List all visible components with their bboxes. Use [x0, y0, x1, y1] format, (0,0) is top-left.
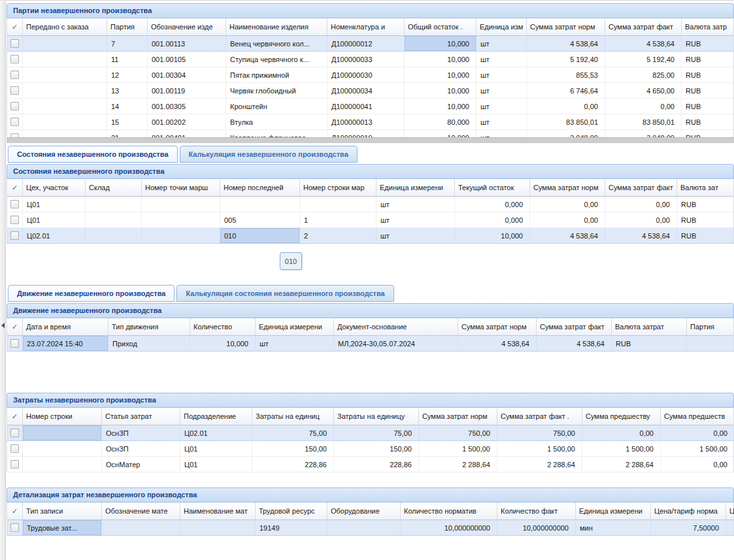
column-header[interactable]: Затраты на единицу [334, 408, 419, 425]
table-row[interactable]: Трудовые зат...1914910,00000000010,00000… [7, 520, 733, 536]
table-row[interactable]: 11001.00105Ступица червячного к...Д10000… [7, 52, 733, 67]
grid-cell[interactable]: 001.00401 [148, 130, 226, 137]
grid-cell[interactable]: 0,00 [661, 457, 733, 472]
column-header[interactable]: Номенклатура и [327, 18, 405, 35]
grid-cell[interactable]: 10,000 [190, 336, 256, 351]
grid-cell[interactable]: 001.00304 [148, 67, 226, 82]
grid-cell[interactable]: 0,00 [605, 212, 677, 227]
column-header[interactable]: Статья затрат [102, 408, 180, 425]
grid-cell[interactable] [23, 52, 107, 67]
grid-cell[interactable]: 12 [107, 67, 148, 82]
grid-cell[interactable]: 3 048,00 [527, 130, 605, 137]
row-checkbox[interactable] [10, 133, 19, 137]
grid-cell[interactable]: 2 288,64 [497, 457, 582, 472]
grid-cell[interactable]: RUB [682, 130, 733, 137]
table-row[interactable]: Ц010051шт0,0000,000,00RUB [7, 212, 733, 228]
grid-cell[interactable] [687, 336, 733, 351]
column-header[interactable]: Сумма затрат факт [605, 18, 682, 35]
grid-cell[interactable]: 23.07.2024 15:40 [23, 336, 108, 351]
grid-cell[interactable]: RUB [682, 52, 733, 67]
grid-cell[interactable]: Ц01 [23, 212, 86, 227]
column-header[interactable]: Цена/тариф норма [651, 502, 726, 519]
tab-wip-movement-inactive[interactable]: Калькуляция состояния незавершенного про… [176, 285, 393, 302]
grid-cell[interactable] [142, 212, 220, 227]
grid-cell[interactable] [23, 130, 107, 137]
grid-cell[interactable]: 001.00202 [148, 114, 226, 129]
column-header[interactable]: Единица измерени [256, 318, 334, 335]
grid-cell[interactable] [220, 197, 300, 212]
grid-cell[interactable]: 2 [300, 228, 376, 243]
grid-cell[interactable]: 0,00 [605, 99, 682, 114]
grid-cell[interactable]: шт [476, 67, 527, 82]
column-header[interactable]: Сумма предшеств [661, 408, 734, 425]
grid-cell[interactable]: 10,000 [405, 83, 476, 98]
table-row[interactable]: 21001.00401Крепление фланцевоеД100000019… [7, 130, 733, 137]
grid-cell[interactable]: шт [376, 197, 455, 212]
grid-cell[interactable]: Червяк глобоидный [226, 83, 327, 98]
grid-cell[interactable]: 825,00 [605, 67, 682, 82]
grid-cell[interactable]: RUB [677, 228, 733, 243]
grid-cell[interactable]: RUB [677, 212, 733, 227]
grid-cell[interactable]: 4 538,64 [605, 228, 677, 243]
left-splitter-bar[interactable] [0, 1, 6, 560]
grid-cell[interactable] [23, 83, 107, 98]
column-header[interactable]: Тип записи [23, 502, 102, 519]
grid-cell[interactable]: шт [476, 83, 527, 98]
grid-cell[interactable]: 1 [300, 212, 376, 227]
column-header[interactable]: Тип движения [108, 318, 190, 335]
row-checkbox[interactable] [10, 216, 19, 224]
row-checkbox[interactable] [10, 71, 19, 79]
table-row[interactable]: Ц01шт0,0000,000,00RUB [7, 197, 733, 212]
grid-cell[interactable]: Пятак прижимной [226, 67, 327, 82]
grid-cell[interactable]: 750,00 [497, 425, 582, 440]
table-row[interactable]: 15001.00202ВтулкаД10000001380,000шт83 85… [7, 114, 733, 130]
grid-cell[interactable] [327, 520, 401, 535]
grid-cell[interactable]: 4 538,64 [605, 36, 682, 51]
grid-cell[interactable]: RUB [682, 99, 733, 114]
grid-cell[interactable]: 0,000 [455, 197, 530, 212]
row-checkbox[interactable] [10, 200, 19, 208]
grid-cell[interactable] [86, 228, 142, 243]
grid-cell[interactable]: 14 [107, 99, 148, 114]
grid-cell[interactable]: 005 [220, 212, 300, 227]
grid-cell[interactable]: RUB [677, 197, 733, 212]
table-row[interactable]: 7001.00113Венец червячного кол...Д100000… [7, 36, 733, 52]
column-header[interactable]: Партия [687, 318, 734, 335]
grid-cell[interactable]: 0,00 [582, 425, 661, 440]
column-header[interactable]: Общий остаток . [405, 18, 476, 35]
column-header[interactable]: Номер последней [220, 179, 300, 196]
grid-cell[interactable]: 83 850,01 [527, 114, 605, 129]
grid-cell[interactable]: Венец червячного кол... [226, 36, 327, 51]
select-all-header[interactable]: ✓ [7, 502, 23, 519]
grid-cell[interactable]: шт [476, 130, 527, 137]
grid-cell[interactable]: шт [476, 36, 527, 51]
select-all-header[interactable]: ✓ [7, 179, 23, 196]
grid-cell[interactable]: ОснЗП [102, 441, 180, 456]
grid-cell[interactable]: 7,50000 [651, 520, 726, 535]
grid-cell[interactable] [23, 36, 107, 51]
column-header[interactable]: Сумма затрат факт [605, 179, 677, 196]
tab-wip-states-inactive[interactable]: Калькуляция незавершенного производства [180, 146, 358, 163]
select-all-header[interactable]: ✓ [7, 18, 23, 35]
grid-cell[interactable]: 0,00 [605, 197, 677, 212]
grid-cell[interactable]: 1 500,00 [497, 441, 582, 456]
grid-cell[interactable]: Д100000019 [327, 130, 405, 137]
column-header[interactable]: Партия [107, 18, 148, 35]
grid-cell[interactable]: Ц02.01 [180, 425, 252, 440]
table-row[interactable]: 13001.00119Червяк глобоидныйД10000003410… [7, 83, 733, 99]
grid-cell[interactable]: 855,53 [527, 67, 605, 82]
column-header[interactable]: Обозначение мате [102, 502, 180, 519]
grid-cell[interactable]: Д100000034 [327, 83, 405, 98]
grid-cell[interactable] [726, 520, 733, 535]
grid-cell[interactable]: 83 850,01 [605, 114, 682, 129]
column-header[interactable]: Валюта затр [682, 18, 734, 35]
column-header[interactable]: Документ-основание [334, 318, 458, 335]
grid-cell[interactable] [23, 441, 102, 456]
grid-cell[interactable]: МЛ,2024-30,05.07.2024 [334, 336, 458, 351]
grid-cell[interactable]: 150,00 [334, 441, 419, 456]
grid-cell[interactable]: Д100000012 [327, 36, 405, 51]
grid-cell[interactable]: RUB [612, 336, 687, 351]
grid-cell[interactable]: 10,000000000 [497, 520, 576, 535]
column-header[interactable]: Ц [726, 502, 734, 519]
row-checkbox[interactable] [10, 102, 19, 110]
